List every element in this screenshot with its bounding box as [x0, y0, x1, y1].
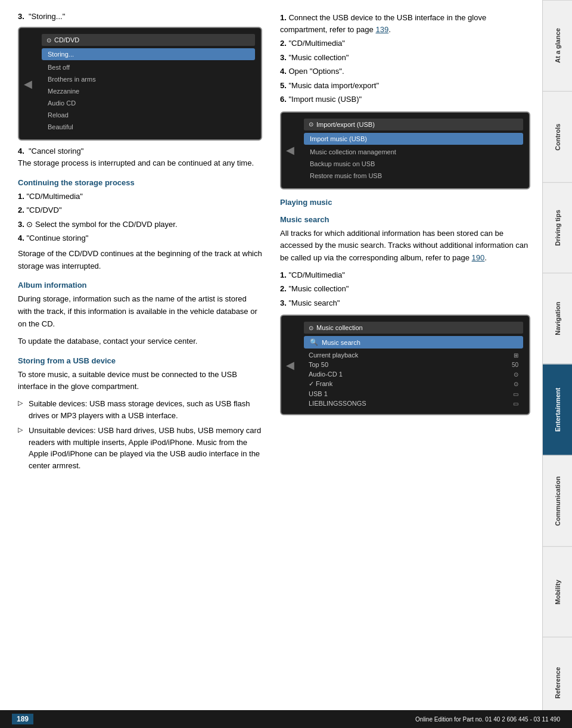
music-step-2-num: 2. [280, 284, 287, 293]
page-number-box: 189 [12, 714, 33, 724]
usb-screen-content: ⊙ Import/export (USB) Import music (USB)… [304, 119, 523, 181]
music-search-desc: All tracks for which additional informat… [280, 228, 530, 265]
cancel-desc: The storage process is interrupted and c… [18, 157, 262, 170]
music-screen: ◀ ⊙ Music collection 🔍 Music search Curr… [280, 315, 530, 415]
screen-item-6: Beautiful [42, 122, 255, 132]
continuing-step-2: 2. "CD/DVD" [18, 204, 262, 216]
screen-title-bar: ⊙ CD/DVD [42, 34, 255, 46]
sidebar: At a glance Controls Driving tips Naviga… [542, 0, 572, 728]
footer-text: Online Edition for Part no. 01 40 2 606 … [415, 716, 560, 723]
album-desc2: To update the database, contact your ser… [18, 335, 262, 348]
continuing-desc: Storage of the CD/DVD continues at the b… [18, 248, 262, 273]
cd-icon: ⊙ [46, 37, 51, 43]
music-row-1: Current playback ⊞ [304, 350, 523, 360]
continuing-step-3: 3. ⊙ Select the symbol for the CD/DVD pl… [18, 219, 262, 231]
nav-arrow-left: ◀ [24, 77, 32, 91]
right-step-1: 1. Connect the USB device to the USB int… [280, 12, 530, 35]
music-row-3-label: Audio-CD 1 [309, 371, 343, 378]
music-title: Music collection [316, 324, 363, 331]
sidebar-tab-mobility[interactable]: Mobility [543, 546, 572, 637]
cdvd-screen-content: ⊙ CD/DVD Storing... Best off Brothers in… [42, 34, 255, 132]
music-row-6-label: LIEBLINGSSONGS [309, 400, 366, 407]
step-4-text: "Cancel storing" [29, 147, 83, 155]
music-row-5-icon: ▭ [513, 391, 518, 397]
music-title-icon: ⊙ [309, 325, 313, 331]
music-row-4: ✓ Frank ⊙ [304, 379, 523, 389]
step-3: 3. "Storing..." [18, 12, 262, 21]
right-step-4-num: 4. [280, 67, 287, 76]
right-step-1-num: 1. [280, 13, 287, 22]
sidebar-tab-communication[interactable]: Communication [543, 455, 572, 546]
music-row-5-label: USB 1 [309, 390, 328, 397]
usb-title: Import/export (USB) [316, 121, 375, 128]
music-row-1-label: Current playback [309, 351, 358, 359]
usb-item-3: Restore music from USB [304, 170, 523, 181]
music-step-3-num: 3. [280, 298, 287, 307]
main-content: 3. "Storing..." ◀ ⊙ CD/DVD Storing... Be… [0, 0, 542, 728]
right-step-6: 6. "Import music (USB)" [280, 94, 530, 105]
usb-title-icon: ⊙ [309, 121, 313, 127]
playing-music-heading: Playing music [280, 198, 530, 207]
bullet-suitable-text: Suitable devices: USB mass storage devic… [29, 398, 262, 421]
sidebar-tab-controls[interactable]: Controls [543, 91, 572, 182]
step-4-number: 4. [18, 147, 29, 155]
music-row-1-icon: ⊞ [514, 352, 518, 359]
continuing-heading: Continuing the storage process [18, 178, 262, 187]
bullet-unsuitable-text: Unsuitable devices: USB hard drives, USB… [29, 425, 262, 471]
music-row-2-icon: 50 [512, 362, 518, 368]
left-column: 3. "Storing..." ◀ ⊙ CD/DVD Storing... Be… [18, 12, 274, 704]
music-title-bar: ⊙ Music collection [304, 322, 523, 334]
usb-heading: Storing from a USB device [18, 356, 262, 365]
screen-item-5: Reload [42, 110, 255, 120]
sidebar-tab-navigation[interactable]: Navigation [543, 273, 572, 364]
page-layout: 3. "Storing..." ◀ ⊙ CD/DVD Storing... Be… [0, 0, 572, 728]
sidebar-tab-driving-tips[interactable]: Driving tips [543, 182, 572, 273]
screen-item-4: Audio CD [42, 98, 255, 108]
bullet-unsuitable: ▷ Unsuitable devices: USB hard drives, U… [18, 425, 262, 471]
continuing-step-2-num: 2. [18, 206, 24, 214]
right-step-3-num: 3. [280, 53, 287, 62]
step-3-text: "Storing..." [29, 12, 65, 21]
link-139: 139 [375, 25, 388, 34]
bullet-suitable: ▷ Suitable devices: USB mass storage dev… [18, 398, 262, 421]
music-row-2: Top 50 50 [304, 360, 523, 369]
bullet-arrow-2: ▷ [18, 425, 26, 471]
right-column: 1. Connect the USB device to the USB int… [274, 12, 530, 704]
right-step-5-num: 5. [280, 81, 287, 90]
sidebar-tab-at-a-glance[interactable]: At a glance [543, 0, 572, 91]
music-step-1-num: 1. [280, 270, 287, 279]
music-row-3: Audio-CD 1 ⊙ [304, 369, 523, 379]
music-row-4-icon: ⊙ [514, 381, 518, 387]
music-step-3: 3. "Music search" [280, 297, 530, 309]
screen-item-1: Best off [42, 62, 255, 73]
music-highlighted: 🔍 Music search [304, 336, 523, 349]
usb-title-bar: ⊙ Import/export (USB) [304, 119, 523, 130]
usb-nav-arrow: ◀ [286, 144, 294, 157]
music-row-2-label: Top 50 [309, 361, 328, 368]
sidebar-tab-entertainment[interactable]: Entertainment [543, 364, 572, 455]
continuing-step-4-num: 4. [18, 234, 24, 242]
continuing-step-1-num: 1. [18, 192, 24, 201]
right-step-5: 5. "Music data import/export" [280, 80, 530, 92]
right-step-6-num: 6. [280, 95, 287, 104]
usb-item-1: Music collection management [304, 147, 523, 157]
usb-item-2: Backup music on USB [304, 158, 523, 169]
music-nav-arrow: ◀ [286, 359, 294, 372]
music-row-3-icon: ⊙ [514, 371, 518, 378]
page-footer: 189 Online Edition for Part no. 01 40 2 … [0, 710, 572, 728]
music-step-2: 2. "Music collection" [280, 283, 530, 295]
link-190: 190 [472, 253, 485, 262]
screen-title: CD/DVD [54, 36, 79, 43]
usb-highlighted: Import music (USB) [304, 133, 523, 145]
continuing-step-3-num: 3. [18, 220, 24, 229]
step-4: 4. "Cancel storing" [18, 147, 262, 155]
music-row-5: USB 1 ▭ [304, 389, 523, 399]
album-heading: Album information [18, 281, 262, 290]
music-search-heading: Music search [280, 215, 530, 224]
music-row-6-icon: ▭ [513, 400, 518, 407]
continuing-step-1: 1. "CD/Multimedia" [18, 191, 262, 203]
right-step-3: 3. "Music collection" [280, 52, 530, 64]
step-3-number: 3. [18, 12, 29, 21]
music-row-4-label: ✓ Frank [309, 380, 332, 388]
search-icon: 🔍 [310, 338, 318, 346]
